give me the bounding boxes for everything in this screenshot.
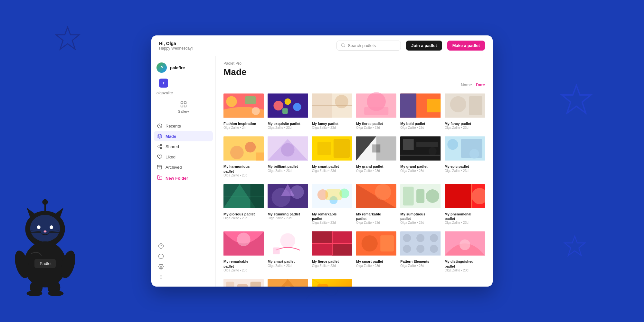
- card-meta: My fancy padlet Olga Zalite • 23d: [312, 120, 352, 130]
- padlet-card[interactable]: My grand padlet Olga Zalite • 23d: [400, 134, 440, 178]
- padlet-card[interactable]: My smart padlet Olga Zalite • 23d: [223, 277, 264, 287]
- menu-dot: [438, 166, 439, 167]
- padlet-card[interactable]: My glorious padlet Olga Zalite • 23d: [223, 182, 264, 225]
- padlet-card[interactable]: My epic padlet Olga Zalite • 23d: [445, 134, 485, 178]
- svg-point-134: [416, 245, 424, 253]
- card-meta: My remarkable padlet Olga Zalite • 23d: [312, 211, 352, 225]
- svg-rect-26: [181, 102, 183, 104]
- svg-rect-66: [400, 93, 416, 118]
- padlet-card[interactable]: My remarkable padlet Olga Zalite • 23d: [312, 182, 352, 225]
- svg-rect-36: [157, 165, 162, 166]
- padlet-card[interactable]: My fancy padlet Olga Zalite • 23d: [312, 91, 352, 130]
- sidebar-item-shared[interactable]: Shared: [154, 141, 213, 152]
- settings-icon[interactable]: [156, 262, 166, 271]
- join-padlet-button[interactable]: Join a padlet: [406, 41, 442, 51]
- menu-dot: [261, 166, 262, 167]
- sidebar-gallery-item[interactable]: Gallery: [151, 98, 215, 115]
- padlet-card[interactable]: My distinguished padlet Olga Zalite • 23…: [445, 229, 485, 273]
- menu-dot: [305, 212, 306, 213]
- menu-dot: [261, 263, 262, 264]
- card-meta: My harmonious padlet Olga Zalite • 23d: [223, 163, 264, 178]
- menu-dot: [438, 214, 439, 215]
- padlet-card[interactable]: My smart padlet Olga Zalite • 23d: [312, 134, 352, 178]
- menu-dot: [349, 260, 350, 261]
- padlet-card[interactable]: My remarkable padlet Olga Zalite • 23d: [356, 182, 396, 225]
- padlet-card[interactable]: My harmonious padlet Olga Zalite • 23d: [223, 134, 264, 178]
- padlet-card[interactable]: My grand padlet Olga Zalite • 23d: [268, 277, 308, 287]
- menu-dot: [349, 215, 350, 216]
- svg-point-90: [447, 139, 458, 150]
- svg-point-130: [403, 234, 411, 242]
- menu-dot: [349, 166, 350, 167]
- sidebar-item-recents[interactable]: Recents: [154, 121, 213, 131]
- padlet-card[interactable]: My fierce padlet Olga Zalite • 23d: [356, 91, 396, 130]
- menu-dot: [482, 124, 483, 125]
- more-icon[interactable]: [156, 272, 166, 281]
- search-icon: [341, 43, 345, 48]
- sidebar-bottom: [151, 242, 215, 281]
- sidebar-item-made-label: Made: [166, 134, 176, 139]
- make-padlet-button[interactable]: Make a padlet: [447, 41, 485, 51]
- card-title: My smart padlet: [268, 259, 303, 264]
- svg-rect-51: [245, 96, 256, 104]
- menu-dot: [393, 168, 394, 169]
- menu-dot: [261, 124, 262, 125]
- menu-dot: [305, 263, 306, 264]
- card-title: My fierce padlet: [312, 259, 347, 264]
- help-icon[interactable]: [156, 242, 166, 251]
- padlet-card[interactable]: My phenomenal padlet Olga Zalite • 23d: [445, 182, 485, 225]
- svg-rect-139: [226, 282, 234, 287]
- svg-point-69: [450, 96, 466, 112]
- svg-point-24: [48, 290, 63, 296]
- padlet-card[interactable]: My grand padlet Olga Zalite • 23d: [356, 134, 396, 178]
- padlet-card[interactable]: My smart padlet Olga Zalite • 23d: [356, 229, 396, 273]
- card-info: My exquisite padlet Olga Zalite • 23d: [268, 121, 303, 129]
- padlet-card[interactable]: My sumptuous padlet Olga Zalite • 23d: [312, 277, 352, 287]
- menu-dot: [305, 165, 306, 166]
- sidebar-tasklist[interactable]: T: [154, 77, 213, 90]
- padlet-card[interactable]: Pattern Elements Olga Zalite • 23d: [400, 229, 440, 273]
- new-folder-icon: [157, 175, 162, 181]
- card-thumbnail: [312, 134, 352, 163]
- padlet-card[interactable]: My remarkable padlet Olga Zalite • 23d: [223, 229, 264, 273]
- svg-rect-110: [416, 189, 424, 203]
- padlet-card[interactable]: My fancy padlet Olga Zalite • 23d: [445, 91, 485, 130]
- card-thumbnail: [223, 277, 264, 287]
- menu-dot: [393, 215, 394, 216]
- card-thumbnail: [400, 229, 440, 258]
- card-title: My grand padlet: [356, 164, 391, 169]
- padlet-card[interactable]: Fashion Inspiration Olga Zalite • 2h: [223, 91, 264, 130]
- padlet-card[interactable]: My fierce padlet Olga Zalite • 23d: [312, 229, 352, 273]
- sidebar-item-archived[interactable]: Archived: [154, 162, 213, 172]
- menu-dot: [349, 165, 350, 166]
- card-title: My phenomenal padlet: [445, 212, 480, 221]
- card-meta: My glorious padlet Olga Zalite • 23d: [223, 211, 264, 221]
- padlet-card[interactable]: My brilliant padlet Olga Zalite • 23d: [268, 134, 308, 178]
- svg-point-45: [160, 266, 162, 268]
- svg-rect-29: [184, 105, 186, 107]
- sidebar-item-liked[interactable]: Liked: [154, 152, 213, 162]
- card-thumbnail: [445, 182, 485, 211]
- svg-rect-122: [312, 232, 332, 244]
- padlet-card[interactable]: My stunning padlet Olga Zalite • 23d: [268, 182, 308, 225]
- card-subtitle: Olga Zalite • 23d: [312, 221, 347, 224]
- search-box[interactable]: [336, 41, 401, 51]
- svg-rect-83: [372, 145, 380, 153]
- padlet-card[interactable]: My exquisite padlet Olga Zalite • 23d: [268, 91, 308, 130]
- sidebar-item-new-folder[interactable]: New Folder: [154, 172, 213, 184]
- svg-point-88: [429, 147, 437, 155]
- padlet-card[interactable]: My smart padlet Olga Zalite • 23d: [268, 229, 308, 273]
- sort-by-name[interactable]: Name: [461, 82, 472, 87]
- padlet-card[interactable]: My bold padlet Olga Zalite • 23d: [400, 91, 440, 130]
- info-icon[interactable]: [156, 252, 166, 261]
- sort-by-date[interactable]: Date: [476, 82, 485, 87]
- card-subtitle: Olga Zalite • 23d: [400, 221, 435, 224]
- search-input[interactable]: [348, 43, 397, 48]
- svg-point-20: [58, 249, 78, 279]
- padlet-card[interactable]: My sumptuous padlet Olga Zalite • 23d: [400, 182, 440, 225]
- sidebar-item-made[interactable]: Made: [154, 131, 213, 141]
- card-subtitle: Olga Zalite • 23d: [268, 216, 303, 220]
- svg-point-31: [160, 144, 162, 146]
- card-meta: My fancy padlet Olga Zalite • 23d: [445, 120, 485, 130]
- menu-dot: [305, 215, 306, 216]
